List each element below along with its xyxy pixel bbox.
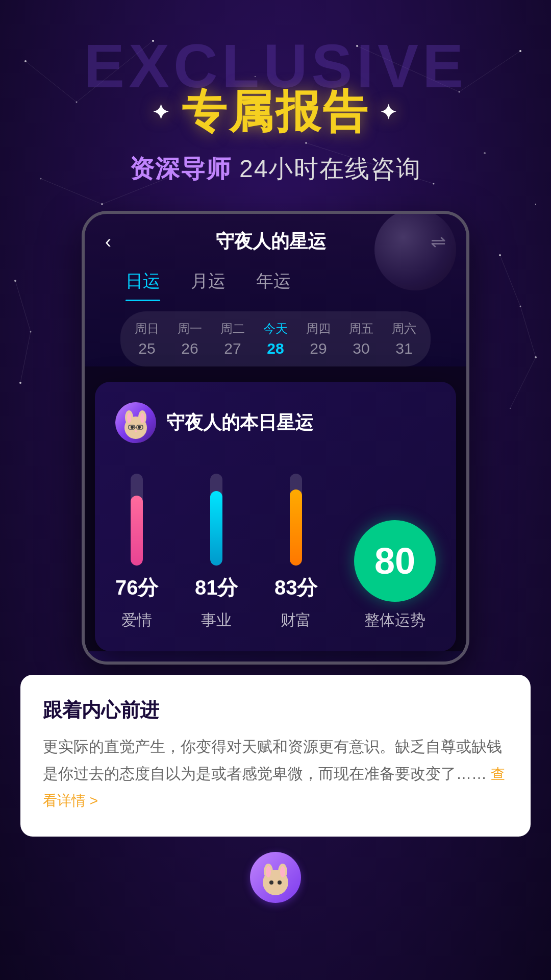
avatar-inner [115, 402, 156, 443]
svg-point-40 [135, 430, 137, 432]
score-card-header: 守夜人的本日星运 [115, 402, 436, 443]
day-num-thu: 29 [310, 340, 327, 357]
tab-daily[interactable]: 日运 [126, 270, 160, 301]
love-bar [131, 474, 143, 566]
phone-title: 守夜人的星运 [216, 229, 326, 254]
day-num-sat: 31 [395, 340, 412, 357]
scores-row: 76分 爱情 81分 事业 [115, 463, 436, 631]
user-avatar [115, 402, 156, 443]
svg-point-48 [280, 866, 285, 877]
day-label-tue: 周二 [220, 321, 245, 337]
day-num-fri: 30 [353, 340, 369, 357]
career-score-label: 事业 [201, 610, 232, 631]
love-bars [131, 463, 143, 566]
subtitle-rest: 24小时在线咨询 [239, 155, 421, 182]
sparkle-left: ✦ [152, 101, 171, 124]
overall-score-circle: 80 [354, 520, 436, 602]
wealth-bar [290, 474, 302, 566]
phone-bottom-spacing [85, 651, 466, 662]
day-num-tue: 27 [224, 340, 241, 357]
day-num-sun: 25 [138, 340, 155, 357]
sparkle-right: ✦ [380, 101, 399, 124]
day-label-sun: 周日 [135, 321, 159, 337]
day-label-mon: 周一 [178, 321, 202, 337]
content-section: 跟着内心前进 更实际的直觉产生，你变得对天赋和资源更有意识。缺乏自尊或缺钱是你过… [0, 675, 551, 837]
svg-point-37 [140, 413, 144, 423]
love-bar-fill [131, 496, 143, 566]
week-day-mon[interactable]: 周一 26 [178, 321, 202, 357]
score-card: 守夜人的本日星运 76分 爱情 [95, 382, 456, 651]
tab-monthly[interactable]: 月运 [191, 270, 226, 301]
wealth-score-num: 83分 [274, 574, 318, 602]
week-selector: 周日 25 周一 26 周二 27 今天 28 周四 29 [120, 311, 431, 366]
day-num-mon: 26 [181, 340, 198, 357]
svg-point-49 [269, 880, 273, 885]
week-day-thu[interactable]: 周四 29 [306, 321, 331, 357]
score-card-title: 守夜人的本日星运 [166, 410, 313, 435]
svg-point-50 [278, 880, 282, 885]
svg-point-39 [138, 426, 141, 429]
content-body-text: 更实际的直觉产生，你变得对天赋和资源更有意识。缺乏自尊或缺钱是你过去的态度自以为… [43, 738, 502, 782]
overall-score-label: 整体运势 [364, 610, 425, 631]
career-bars [210, 463, 222, 566]
main-title: ✦ 专属报告 ✦ [0, 82, 551, 142]
wealth-bars [290, 463, 302, 566]
subtitle-highlight: 资深导师 [130, 155, 232, 182]
content-body: 更实际的直觉产生，你变得对天赋和资源更有意识。缺乏自尊或缺钱是你过去的态度自以为… [43, 733, 508, 814]
week-day-fri[interactable]: 周五 30 [349, 321, 373, 357]
hero-section: ✦ 专属报告 ✦ 资深导师 24小时在线咨询 [0, 0, 551, 185]
day-label-fri: 周五 [349, 321, 373, 337]
bottom-avatar-1 [250, 852, 301, 903]
love-score-label: 爱情 [121, 610, 152, 631]
svg-point-47 [266, 866, 271, 877]
day-label-sat: 周六 [392, 321, 416, 337]
svg-point-38 [131, 426, 134, 429]
love-score-num: 76分 [115, 574, 159, 602]
day-label-today: 今天 [263, 321, 288, 337]
week-day-tue[interactable]: 周二 27 [220, 321, 245, 357]
svg-point-36 [127, 413, 131, 423]
phone-mockup: ‹ 守夜人的星运 ⇌ 日运 月运 年运 周日 25 周一 26 [82, 211, 469, 665]
bottom-user-section [0, 837, 551, 918]
planet-decoration [374, 211, 456, 290]
career-bar [210, 474, 222, 566]
day-num-today: 28 [267, 340, 284, 357]
week-day-sun[interactable]: 周日 25 [135, 321, 159, 357]
phone-container: ‹ 守夜人的星运 ⇌ 日运 月运 年运 周日 25 周一 26 [0, 211, 551, 665]
week-day-today[interactable]: 今天 28 [263, 321, 288, 357]
tab-yearly[interactable]: 年运 [256, 270, 291, 301]
overall-score: 80 整体运势 [354, 520, 436, 631]
day-label-thu: 周四 [306, 321, 331, 337]
phone-header: ‹ 守夜人的星运 ⇌ 日运 月运 年运 周日 25 周一 26 [85, 214, 466, 366]
title-text: 专属报告 [182, 82, 369, 142]
career-score-num: 81分 [195, 574, 238, 602]
score-item-wealth: 83分 财富 [274, 463, 318, 631]
subtitle: 资深导师 24小时在线咨询 [0, 153, 551, 185]
week-day-sat[interactable]: 周六 31 [392, 321, 416, 357]
content-card: 跟着内心前进 更实际的直觉产生，你变得对天赋和资源更有意识。缺乏自尊或缺钱是你过… [20, 675, 531, 837]
score-item-career: 81分 事业 [195, 463, 238, 631]
score-item-love: 76分 爱情 [115, 463, 159, 631]
career-bar-fill [210, 491, 222, 566]
wealth-bar-fill [290, 489, 302, 566]
wealth-score-label: 财富 [281, 610, 311, 631]
back-button[interactable]: ‹ [105, 231, 111, 253]
content-title: 跟着内心前进 [43, 697, 508, 723]
